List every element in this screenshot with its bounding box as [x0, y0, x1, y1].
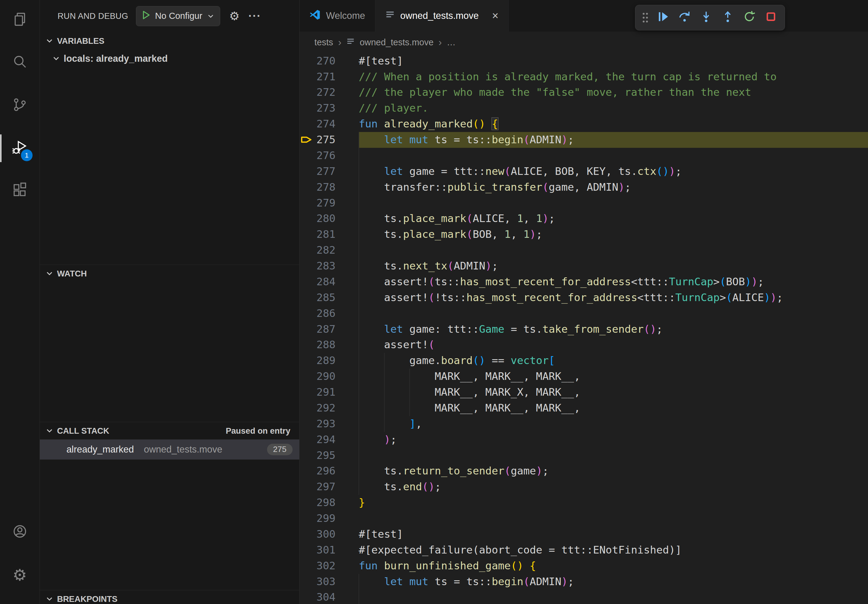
- line-number[interactable]: 297: [299, 479, 335, 495]
- code-line[interactable]: 293],: [299, 416, 868, 432]
- line-number[interactable]: 283: [299, 258, 335, 274]
- code-line[interactable]: 280ts.place_mark(ALICE, 1, 1);: [299, 211, 868, 226]
- code-line[interactable]: 284assert!(ts::has_most_recent_for_addre…: [299, 274, 868, 290]
- line-number[interactable]: 287: [299, 321, 335, 337]
- code-line[interactable]: 271/// When a position is already marked…: [299, 69, 868, 85]
- tab-welcome[interactable]: Welcome: [299, 0, 375, 32]
- code-line[interactable]: 272/// the player who made the "false" m…: [299, 85, 868, 101]
- breadcrumb-item-more[interactable]: …: [447, 37, 456, 48]
- code-line-content[interactable]: let mut ts = ts::begin(ADMIN);: [358, 574, 868, 590]
- code-line-content[interactable]: assert!(: [358, 337, 868, 353]
- line-number[interactable]: 278: [299, 180, 335, 195]
- continue-button[interactable]: [653, 7, 673, 28]
- stop-button[interactable]: [760, 7, 781, 28]
- code-line-content[interactable]: /// the player who made the "false" move…: [358, 85, 868, 101]
- code-line-content[interactable]: #[test]: [358, 527, 868, 542]
- code-line-content[interactable]: [358, 148, 868, 164]
- code-line[interactable]: 288assert!(: [299, 337, 868, 353]
- code-line[interactable]: 281ts.place_mark(BOB, 1, 1);: [299, 226, 868, 242]
- code-line-content[interactable]: transfer::public_transfer(game, ADMIN);: [358, 180, 868, 195]
- line-number[interactable]: 285: [299, 290, 335, 306]
- section-watch[interactable]: WATCH: [40, 265, 299, 282]
- code-line[interactable]: 300#[test]: [299, 527, 868, 542]
- line-number[interactable]: 299: [299, 511, 335, 527]
- call-stack-frame[interactable]: already_marked owned_tests.move 275: [40, 440, 299, 460]
- code-line-content[interactable]: ts.end();: [358, 479, 868, 495]
- code-area[interactable]: 270#[test]271/// When a position is alre…: [299, 53, 868, 604]
- close-icon[interactable]: ×: [492, 10, 499, 21]
- line-number[interactable]: 281: [299, 226, 335, 242]
- code-line[interactable]: 303let mut ts = ts::begin(ADMIN);: [299, 574, 868, 590]
- code-line[interactable]: 296ts.return_to_sender(game);: [299, 463, 868, 479]
- code-line[interactable]: 273/// player.: [299, 101, 868, 116]
- code-line[interactable]: 285assert!(!ts::has_most_recent_for_addr…: [299, 290, 868, 306]
- code-line[interactable]: 291MARK__, MARK_X, MARK__,: [299, 384, 868, 400]
- line-number[interactable]: 276: [299, 148, 335, 164]
- line-number[interactable]: 291: [299, 384, 335, 400]
- code-line[interactable]: 275let mut ts = ts::begin(ADMIN);: [299, 132, 868, 148]
- line-number[interactable]: 298: [299, 495, 335, 511]
- code-line[interactable]: 301#[expected_failure(abort_code = ttt::…: [299, 542, 868, 558]
- step-over-button[interactable]: [674, 7, 695, 28]
- line-number[interactable]: 294: [299, 432, 335, 448]
- step-out-button[interactable]: [717, 7, 738, 28]
- activity-item-search[interactable]: [0, 49, 39, 77]
- code-line[interactable]: 299: [299, 511, 868, 527]
- line-number[interactable]: 293: [299, 416, 335, 432]
- code-line-content[interactable]: [358, 306, 868, 321]
- activity-item-source-control[interactable]: [0, 92, 39, 119]
- variables-scope-row[interactable]: locals: already_marked: [40, 50, 299, 68]
- code-line-content[interactable]: assert!(!ts::has_most_recent_for_address…: [358, 290, 868, 306]
- line-number[interactable]: 277: [299, 164, 335, 180]
- code-line-content[interactable]: assert!(ts::has_most_recent_for_address<…: [358, 274, 868, 290]
- code-line[interactable]: 297ts.end();: [299, 479, 868, 495]
- more-actions-icon[interactable]: ···: [248, 10, 261, 23]
- code-line-content[interactable]: [358, 448, 868, 463]
- restart-button[interactable]: [739, 7, 760, 28]
- line-number[interactable]: 273: [299, 101, 335, 116]
- code-line[interactable]: 282: [299, 242, 868, 258]
- code-line[interactable]: 304: [299, 589, 868, 604]
- code-line[interactable]: 278transfer::public_transfer(game, ADMIN…: [299, 180, 868, 195]
- toolbar-drag-handle[interactable]: [639, 7, 652, 28]
- code-line-content[interactable]: let game = ttt::new(ALICE, BOB, KEY, ts.…: [358, 164, 868, 180]
- code-line[interactable]: 289game.board() == vector[: [299, 353, 868, 369]
- code-line-content[interactable]: [358, 195, 868, 211]
- code-line-content[interactable]: /// When a position is already marked, t…: [358, 69, 868, 85]
- code-line-content[interactable]: MARK__, MARK__, MARK__,: [358, 400, 868, 416]
- line-number[interactable]: 280: [299, 211, 335, 226]
- code-line-content[interactable]: let mut ts = ts::begin(ADMIN);: [358, 132, 868, 148]
- tab-owned-tests[interactable]: owned_tests.move ×: [375, 0, 509, 32]
- code-line-content[interactable]: [358, 589, 868, 604]
- code-line-content[interactable]: );: [358, 432, 868, 448]
- code-line[interactable]: 283ts.next_tx(ADMIN);: [299, 258, 868, 274]
- code-line-content[interactable]: game.board() == vector[: [358, 353, 868, 369]
- code-line[interactable]: 290MARK__, MARK__, MARK__,: [299, 369, 868, 384]
- line-number[interactable]: 301: [299, 542, 335, 558]
- line-number[interactable]: 274: [299, 116, 335, 132]
- code-line[interactable]: 279: [299, 195, 868, 211]
- code-line-content[interactable]: MARK__, MARK__, MARK__,: [358, 369, 868, 384]
- code-line-content[interactable]: ts.return_to_sender(game);: [358, 463, 868, 479]
- code-line-content[interactable]: ts.place_mark(ALICE, 1, 1);: [358, 211, 868, 226]
- code-line-content[interactable]: [358, 511, 868, 527]
- section-variables[interactable]: VARIABLES: [40, 32, 299, 50]
- code-line-content[interactable]: /// player.: [358, 101, 868, 116]
- line-number[interactable]: 290: [299, 369, 335, 384]
- section-call-stack[interactable]: CALL STACK Paused on entry: [40, 422, 299, 440]
- line-number[interactable]: 296: [299, 463, 335, 479]
- activity-item-account[interactable]: [0, 519, 39, 547]
- line-number[interactable]: 272: [299, 85, 335, 101]
- code-line[interactable]: 302fun burn_unfinished_game() {: [299, 558, 868, 574]
- debug-config-dropdown[interactable]: No Configur: [136, 6, 220, 26]
- code-line-content[interactable]: fun burn_unfinished_game() {: [358, 558, 868, 574]
- code-line-content[interactable]: }: [358, 495, 868, 511]
- code-line-content[interactable]: let game: ttt::Game = ts.take_from_sende…: [358, 321, 868, 337]
- code-line[interactable]: 274fun already_marked() {: [299, 116, 868, 132]
- code-line-content[interactable]: #[expected_failure(abort_code = ttt::ENo…: [358, 542, 868, 558]
- code-line[interactable]: 295: [299, 448, 868, 463]
- activity-item-extensions[interactable]: [0, 177, 39, 205]
- code-line[interactable]: 270#[test]: [299, 53, 868, 69]
- line-number[interactable]: 275: [299, 132, 335, 148]
- line-number[interactable]: 295: [299, 448, 335, 463]
